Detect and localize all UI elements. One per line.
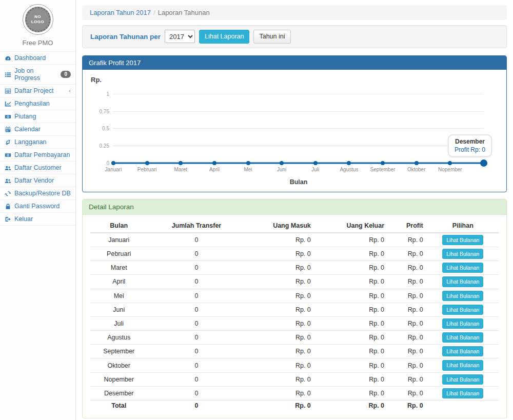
- cell-uang-keluar: Rp. 0: [315, 386, 388, 400]
- table-row: Maret 0 Rp. 0 Rp. 0 Rp. 0 Lihat Bulanan: [90, 261, 499, 275]
- sidebar-item-daftar-project[interactable]: Daftar Project ‹: [0, 85, 75, 97]
- col-header-profit: Profit: [388, 219, 427, 233]
- lihat-bulanan-button[interactable]: Lihat Bulanan: [442, 332, 483, 343]
- cell-jumlah-transfer: 0: [147, 316, 245, 330]
- cell-jumlah-transfer: 0: [147, 331, 245, 345]
- chart-point-maret[interactable]: [179, 161, 183, 165]
- lihat-bulanan-button[interactable]: Lihat Bulanan: [442, 388, 483, 398]
- chart-panel-title: Grafik Profit 2017: [83, 56, 506, 70]
- chart-point-agustus[interactable]: [347, 161, 351, 165]
- x-tick-label: Juni: [277, 167, 286, 172]
- cell-bulan: Mei: [90, 289, 147, 303]
- lihat-bulanan-button[interactable]: Lihat Bulanan: [442, 360, 483, 370]
- table-row: Juni 0 Rp. 0 Rp. 0 Rp. 0 Lihat Bulanan: [90, 303, 499, 316]
- chart-point-januari[interactable]: [111, 161, 115, 165]
- chart-point-desember[interactable]: [480, 159, 487, 167]
- table-row: Oktober 0 Rp. 0 Rp. 0 Rp. 0 Lihat Bulana…: [90, 358, 499, 372]
- cell-jumlah-transfer: 0: [147, 345, 245, 358]
- sidebar-item-daftar-vendor[interactable]: Daftar Vendor: [0, 174, 75, 187]
- tooltip-month: Desember: [455, 138, 485, 145]
- cell-bulan: April: [90, 275, 147, 289]
- logo-area: NO LOGO Free PMO: [0, 0, 75, 47]
- lihat-bulanan-button[interactable]: Lihat Bulanan: [442, 249, 483, 259]
- chart-point-pebruari[interactable]: [145, 161, 149, 165]
- cell-uang-masuk: Rp. 0: [245, 261, 314, 275]
- chevron-left-icon: ‹: [69, 88, 71, 94]
- sidebar-item-piutang[interactable]: Piutang: [0, 110, 75, 123]
- breadcrumb-link-laporan-tahun[interactable]: Laporan Tahun 2017: [90, 9, 151, 16]
- cell-profit: Rp. 0: [388, 303, 427, 316]
- sidebar-item-dashboard[interactable]: Dashboard: [0, 52, 75, 65]
- lihat-bulanan-button[interactable]: Lihat Bulanan: [442, 263, 483, 273]
- chart-point-september[interactable]: [381, 161, 385, 165]
- sidebar-item-label: Penghasilan: [14, 100, 50, 107]
- y-tick-label: 0.5: [102, 126, 109, 131]
- cell-bulan: Agustus: [90, 331, 147, 345]
- cell-uang-masuk: Rp. 0: [245, 358, 314, 372]
- sidebar-item-job-on-progress[interactable]: Job on Progress 0: [0, 65, 75, 85]
- report-filter-bar: Laporan Tahunan per 2017 Lihat Laporan T…: [82, 25, 507, 48]
- job-count-badge: 0: [61, 71, 71, 78]
- cell-uang-keluar: Rp. 0: [315, 316, 388, 330]
- cell-uang-keluar: Rp. 0: [315, 261, 388, 275]
- col-header-jumlah-transfer: Jumlah Transfer: [147, 219, 245, 233]
- chart-tooltip: Desember Profit Rp: 0: [448, 134, 492, 157]
- col-header-uang-masuk: Uang Masuk: [245, 219, 314, 233]
- lihat-bulanan-button[interactable]: Lihat Bulanan: [442, 276, 483, 287]
- cell-uang-keluar: Rp. 0: [315, 233, 388, 247]
- sign-out-icon: [5, 216, 11, 223]
- cell-uang-masuk: Rp. 0: [245, 386, 314, 400]
- x-tick-label: September: [370, 167, 396, 172]
- chart-point-juli[interactable]: [313, 161, 318, 165]
- cell-uang-masuk: Rp. 0: [245, 247, 314, 261]
- sidebar-item-keluar[interactable]: Keluar: [0, 213, 75, 226]
- cell-profit: Rp. 0: [388, 275, 427, 289]
- sidebar-item-label: Dashboard: [14, 54, 46, 62]
- cell-uang-keluar: Rp. 0: [315, 303, 388, 316]
- cell-bulan: Oktober: [90, 358, 147, 372]
- sidebar-item-daftar-pembayaran[interactable]: Daftar Pembayaran: [0, 149, 75, 162]
- sidebar-item-label: Job on Progress: [14, 67, 57, 82]
- table-row: Agustus 0 Rp. 0 Rp. 0 Rp. 0 Lihat Bulana…: [90, 331, 499, 345]
- lihat-bulanan-button[interactable]: Lihat Bulanan: [442, 291, 483, 301]
- gridline: 0.25: [113, 146, 484, 146]
- sidebar-item-backup-restore-db[interactable]: Backup/Restore DB: [0, 187, 75, 200]
- cell-profit: Rp. 0: [388, 345, 427, 358]
- lihat-bulanan-button[interactable]: Lihat Bulanan: [442, 374, 483, 385]
- cell-uang-keluar: Rp. 0: [315, 247, 388, 261]
- cell-uang-masuk: Rp. 0: [245, 289, 314, 303]
- sidebar-item-langganan[interactable]: Langganan: [0, 136, 75, 149]
- lihat-bulanan-button[interactable]: Lihat Bulanan: [442, 346, 483, 356]
- cell-jumlah-transfer: 0: [147, 233, 245, 247]
- sidebar: NO LOGO Free PMO Dashboard Job on Progre…: [0, 0, 76, 420]
- lihat-laporan-button[interactable]: Lihat Laporan: [199, 30, 249, 44]
- sidebar-item-daftar-customer[interactable]: Daftar Customer: [0, 162, 75, 174]
- sidebar-item-ganti-password[interactable]: Ganti Password: [0, 200, 75, 213]
- tahun-ini-button[interactable]: Tahun ini: [253, 30, 290, 44]
- sidebar-item-calendar[interactable]: Calendar: [0, 123, 75, 136]
- detail-table: Bulan Jumlah Transfer Uang Masuk Uang Ke…: [90, 219, 499, 411]
- x-tick-label: Oktober: [407, 167, 426, 172]
- cell-profit: Rp. 0: [388, 289, 427, 303]
- detail-panel-title: Detail Laporan: [83, 199, 506, 215]
- cell-profit: Rp. 0: [388, 316, 427, 330]
- cell-profit: Rp. 0: [388, 233, 427, 247]
- cell-total-uang-keluar: Rp. 0: [315, 400, 388, 411]
- chart-point-oktober[interactable]: [415, 161, 419, 165]
- table-row: Desember 0 Rp. 0 Rp. 0 Rp. 0 Lihat Bulan…: [90, 386, 499, 400]
- cell-profit: Rp. 0: [388, 261, 427, 275]
- sidebar-item-penghasilan[interactable]: Penghasilan: [0, 97, 75, 110]
- chart-point-april[interactable]: [212, 161, 216, 165]
- lihat-bulanan-button[interactable]: Lihat Bulanan: [442, 235, 483, 245]
- sidebar-item-label: Daftar Pembayaran: [14, 151, 70, 158]
- cell-bulan: Juni: [90, 303, 147, 316]
- year-select[interactable]: 2017: [165, 30, 195, 43]
- chart-point-juni[interactable]: [280, 161, 284, 165]
- chart-point-mei[interactable]: [246, 161, 250, 165]
- lihat-bulanan-button[interactable]: Lihat Bulanan: [442, 318, 483, 329]
- y-tick-label: 0.75: [100, 108, 109, 114]
- cell-jumlah-transfer: 0: [147, 386, 245, 400]
- app-logo: NO LOGO: [23, 4, 53, 35]
- lihat-bulanan-button[interactable]: Lihat Bulanan: [442, 305, 483, 315]
- chart-point-nopember[interactable]: [448, 161, 452, 165]
